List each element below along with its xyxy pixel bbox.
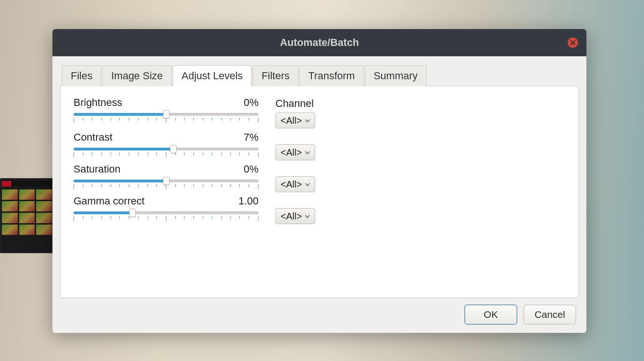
dialog-footer: OK Cancel bbox=[60, 298, 579, 325]
slider-column: Saturation0% bbox=[74, 163, 259, 191]
slider-value: 1.00 bbox=[238, 195, 259, 207]
chevron-down-icon bbox=[304, 215, 311, 218]
tab-panel-adjust-levels: Brightness0%Channel<All>Contrast7%<All>S… bbox=[60, 86, 579, 298]
channel-column: <All> bbox=[275, 163, 364, 192]
tab-transform[interactable]: Transform bbox=[299, 65, 363, 86]
slider-ticks bbox=[74, 216, 259, 222]
titlebar: Automate/Batch bbox=[52, 29, 586, 56]
slider-label: Gamma correct bbox=[74, 195, 145, 207]
tab-summary[interactable]: Summary bbox=[365, 65, 427, 86]
slider[interactable] bbox=[74, 178, 259, 191]
combo-value: <All> bbox=[281, 147, 302, 158]
combo-value: <All> bbox=[281, 211, 302, 222]
slider-value: 0% bbox=[244, 163, 259, 175]
tabs-bar: FilesImage SizeAdjust LevelsFiltersTrans… bbox=[60, 65, 579, 86]
slider-label: Saturation bbox=[74, 163, 120, 175]
channel-combo-1[interactable]: <All> bbox=[275, 144, 315, 160]
channel-combo-3[interactable]: <All> bbox=[275, 208, 315, 224]
slider[interactable] bbox=[74, 112, 259, 125]
tab-adjust-levels[interactable]: Adjust Levels bbox=[173, 65, 252, 86]
adjust-row-saturation: Saturation0%<All> bbox=[74, 163, 565, 192]
cancel-button[interactable]: Cancel bbox=[524, 305, 576, 324]
adjust-row-gamma-correct: Gamma correct1.00<All> bbox=[74, 195, 565, 224]
slider-value: 7% bbox=[244, 131, 259, 143]
tabs-container: FilesImage SizeAdjust LevelsFiltersTrans… bbox=[60, 65, 579, 298]
automate-batch-dialog: Automate/Batch FilesImage SizeAdjust Lev… bbox=[52, 29, 586, 333]
slider-fill bbox=[74, 180, 166, 182]
slider-ticks bbox=[74, 184, 259, 190]
channel-combo-2[interactable]: <All> bbox=[275, 176, 315, 192]
channel-column: <All> bbox=[275, 131, 364, 160]
slider-fill bbox=[74, 211, 133, 214]
slider-value: 0% bbox=[244, 97, 259, 109]
channel-header-label: Channel bbox=[275, 98, 364, 110]
slider-ticks bbox=[74, 118, 259, 123]
ok-button[interactable]: OK bbox=[465, 305, 517, 324]
tab-image-size[interactable]: Image Size bbox=[102, 65, 171, 86]
dialog-title: Automate/Batch bbox=[280, 37, 359, 49]
combo-value: <All> bbox=[281, 115, 302, 126]
slider-fill bbox=[74, 113, 166, 116]
slider-fill bbox=[74, 148, 173, 150]
slider-column: Contrast7% bbox=[74, 131, 259, 159]
channel-combo-0[interactable]: <All> bbox=[275, 113, 315, 128]
chevron-down-icon bbox=[304, 119, 311, 122]
slider-column: Gamma correct1.00 bbox=[74, 195, 259, 223]
chevron-down-icon bbox=[304, 183, 311, 186]
channel-column: <All> bbox=[275, 195, 364, 224]
tab-filters[interactable]: Filters bbox=[252, 65, 298, 86]
combo-value: <All> bbox=[281, 179, 302, 190]
slider-label: Brightness bbox=[74, 97, 122, 109]
slider-label: Contrast bbox=[74, 131, 112, 143]
background-tv bbox=[0, 178, 54, 253]
slider-ticks bbox=[74, 152, 259, 158]
chevron-down-icon bbox=[304, 151, 311, 154]
slider-column: Brightness0% bbox=[74, 97, 259, 125]
dialog-body: FilesImage SizeAdjust LevelsFiltersTrans… bbox=[52, 56, 586, 333]
adjust-row-contrast: Contrast7%<All> bbox=[74, 131, 565, 160]
close-icon bbox=[570, 38, 575, 47]
tab-files[interactable]: Files bbox=[62, 65, 101, 86]
close-button[interactable] bbox=[568, 38, 578, 48]
channel-column: Channel<All> bbox=[275, 97, 364, 128]
slider[interactable] bbox=[74, 210, 259, 223]
adjust-rows: Brightness0%Channel<All>Contrast7%<All>S… bbox=[74, 97, 565, 227]
slider[interactable] bbox=[74, 146, 259, 159]
adjust-row-brightness: Brightness0%Channel<All> bbox=[74, 97, 565, 128]
